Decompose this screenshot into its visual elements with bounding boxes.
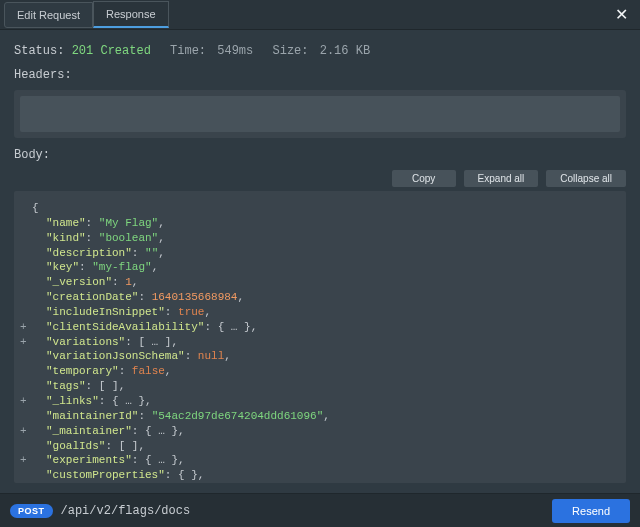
method-badge: POST bbox=[10, 504, 53, 518]
json-body[interactable]: { "name": "My Flag", "kind": "boolean", … bbox=[14, 191, 626, 483]
time-value: 549ms bbox=[217, 44, 253, 58]
status-line: Status: 201 Created Time: 549ms Size: 2.… bbox=[14, 44, 626, 58]
headers-content[interactable] bbox=[20, 96, 620, 132]
copy-button[interactable]: Copy bbox=[392, 170, 456, 187]
size-label: Size: bbox=[272, 44, 308, 58]
body-toolbar: Copy Expand all Collapse all bbox=[14, 170, 626, 187]
close-icon[interactable]: ✕ bbox=[611, 3, 632, 27]
time-label: Time: bbox=[170, 44, 206, 58]
resend-button[interactable]: Resend bbox=[552, 499, 630, 523]
headers-label: Headers: bbox=[14, 68, 626, 82]
footer: POST /api/v2/flags/docs Resend bbox=[0, 493, 640, 527]
collapse-all-button[interactable]: Collapse all bbox=[546, 170, 626, 187]
expand-all-button[interactable]: Expand all bbox=[464, 170, 539, 187]
tab-bar: Edit Request Response ✕ bbox=[0, 0, 640, 30]
headers-box bbox=[14, 90, 626, 138]
body-label: Body: bbox=[14, 148, 626, 162]
tab-response[interactable]: Response bbox=[93, 1, 169, 28]
tab-edit-request[interactable]: Edit Request bbox=[4, 2, 93, 28]
request-path: /api/v2/flags/docs bbox=[61, 504, 191, 518]
status-value: 201 Created bbox=[72, 44, 151, 58]
response-panel: Status: 201 Created Time: 549ms Size: 2.… bbox=[0, 30, 640, 492]
status-label: Status: bbox=[14, 44, 64, 58]
size-value: 2.16 KB bbox=[320, 44, 370, 58]
